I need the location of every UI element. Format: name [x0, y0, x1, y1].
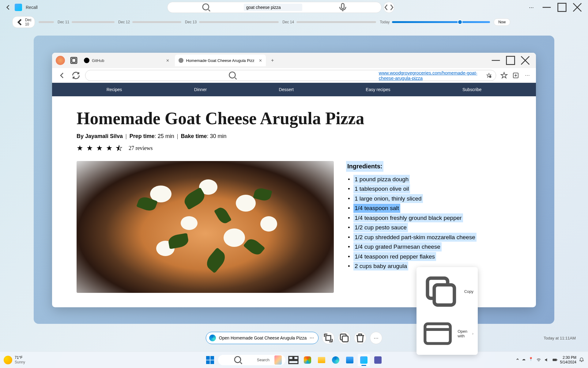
date-label: Dec 12	[118, 20, 130, 24]
nav-link[interactable]: Recipes	[107, 87, 122, 92]
wifi-icon[interactable]	[536, 357, 541, 363]
recall-taskbar-icon[interactable]	[358, 354, 370, 366]
crop-button[interactable]	[322, 332, 334, 344]
delete-button[interactable]	[354, 332, 366, 344]
more-icon[interactable]: ⋯	[310, 335, 314, 340]
taskbar-search[interactable]: Search	[218, 355, 285, 365]
sun-icon	[4, 356, 12, 364]
tab-close-icon[interactable]: ✕	[166, 58, 169, 63]
ingredient-item-selected[interactable]: 1/4 teaspoon salt	[353, 204, 400, 213]
star-icon: ★	[106, 144, 113, 152]
snapshot-frame: GitHub ✕ Homemade Goat Cheese Arugula Pi…	[34, 36, 554, 324]
browser-maximize[interactable]	[503, 56, 518, 65]
open-with-icon	[421, 317, 454, 351]
tab-recipe[interactable]: Homemade Goat Cheese Arugula Pizz ✕	[175, 55, 266, 66]
back-button[interactable]	[4, 3, 12, 12]
clock[interactable]: 2:30 PM 5/14/2024	[560, 355, 576, 364]
teams-icon[interactable]	[372, 354, 384, 366]
ingredient-item[interactable]: 2 cups baby arugula	[353, 262, 408, 270]
onedrive-icon[interactable]: ☁	[522, 357, 526, 363]
date-bar[interactable]	[132, 21, 181, 23]
date: 5/14/2024	[560, 360, 576, 364]
ingredient-item[interactable]: 1/4 cup grated Parmesan cheese	[353, 242, 442, 251]
edge-icon[interactable]	[330, 354, 342, 366]
more-actions-button[interactable]: ⋯	[370, 332, 382, 344]
tab-github[interactable]: GitHub ✕	[80, 55, 173, 66]
date-bar[interactable]	[39, 21, 54, 23]
open-snapshot-button[interactable]: Open Homemade Goat Cheese Arugula Pizza …	[206, 332, 318, 344]
search-input[interactable]	[244, 4, 302, 11]
mic-icon[interactable]	[308, 2, 377, 13]
profile-avatar[interactable]	[56, 56, 65, 65]
notifications-icon[interactable]	[579, 357, 584, 363]
rating: ★ ★ ★ ★ ★★ 27 reviews	[77, 144, 511, 152]
store-icon[interactable]	[344, 354, 356, 366]
tray-chevron-icon[interactable]	[516, 358, 519, 362]
task-view-icon[interactable]	[287, 354, 300, 366]
minimize-button[interactable]	[540, 2, 554, 12]
date-bar[interactable]	[199, 21, 279, 23]
volume-icon[interactable]	[544, 357, 549, 363]
more-button[interactable]: ⋯	[524, 2, 538, 12]
date-bar[interactable]	[72, 21, 115, 23]
svg-point-13	[235, 356, 241, 362]
svg-rect-2	[558, 3, 566, 12]
ingredient-item[interactable]: 1/4 teaspoon freshly ground black pepper	[353, 213, 463, 222]
tab-close-icon[interactable]: ✕	[259, 58, 262, 63]
date-bar[interactable]	[296, 21, 376, 23]
ctx-copy[interactable]: Copy	[417, 269, 478, 314]
maximize-button[interactable]	[555, 2, 569, 12]
today-bar[interactable]	[392, 21, 490, 23]
weather-widget[interactable]: 71°FSunny	[4, 355, 25, 364]
ingredient-item[interactable]: 1/2 cup shredded part-skim mozzarella ch…	[353, 233, 477, 242]
ingredient-item[interactable]: 1/2 cup pesto sauce	[353, 223, 408, 232]
url-text: www.woodgrovegroceries.com/homemade-goat…	[379, 70, 480, 81]
ingredient-item[interactable]: 1 large onion, thinly sliced	[353, 194, 423, 203]
recall-app-icon	[15, 4, 22, 11]
ingredient-item[interactable]: 1 pound pizza dough	[353, 175, 410, 184]
copilot-icon[interactable]	[301, 354, 314, 366]
battery-icon[interactable]	[552, 357, 558, 363]
browser-more-icon[interactable]: ⋯	[524, 72, 531, 79]
location-icon[interactable]: 📍	[529, 357, 533, 363]
svg-rect-1	[341, 3, 344, 9]
close-button[interactable]	[570, 2, 584, 12]
nav-back[interactable]	[57, 71, 67, 80]
date-label: Dec 11	[58, 20, 69, 24]
date-label: Dec 14	[282, 20, 294, 24]
search-box[interactable]	[167, 2, 382, 13]
nav-link[interactable]: Easy recipes	[366, 87, 390, 92]
open-label: Open Homemade Goat Cheese Arugula Pizza	[219, 335, 307, 340]
svg-rect-5	[507, 56, 515, 65]
collections-icon[interactable]	[512, 72, 519, 79]
search-icon	[90, 70, 376, 81]
tab-actions-icon[interactable]	[69, 56, 78, 65]
timeline-back-button[interactable]: Dec 10	[12, 16, 35, 28]
favorites-icon[interactable]	[500, 72, 508, 79]
ingredient-item[interactable]: 1/4 teaspoon red pepper flakes	[353, 252, 436, 261]
action-bar: Open Homemade Goat Cheese Arugula Pizza …	[0, 332, 588, 344]
app-title: Recall	[26, 5, 38, 10]
svg-rect-15	[294, 356, 298, 359]
edge-icon	[209, 335, 216, 341]
start-button[interactable]	[204, 354, 216, 366]
ingredient-item[interactable]: 1 tablespoon olive oil	[353, 184, 410, 193]
system-tray: ☁ 📍 2:30 PM 5/14/2024	[516, 355, 584, 364]
nav-refresh[interactable]	[71, 71, 81, 80]
stars: ★ ★ ★ ★ ★★	[77, 144, 123, 152]
browser-close[interactable]	[518, 56, 532, 65]
ctx-open-with[interactable]: Open with ›	[417, 314, 478, 353]
browser-minimize[interactable]	[489, 56, 503, 65]
url-box[interactable]: www.woodgrovegroceries.com/homemade-goat…	[85, 70, 496, 81]
star-icon: ★	[77, 144, 83, 152]
new-tab-button[interactable]: +	[268, 56, 277, 65]
file-explorer-icon[interactable]	[315, 354, 328, 366]
now-button[interactable]: Now	[494, 18, 510, 26]
code-brackets-button[interactable]	[383, 2, 394, 13]
timeline-handle[interactable]	[458, 20, 462, 25]
nav-link[interactable]: Dessert	[279, 87, 294, 92]
copy-button[interactable]	[338, 332, 350, 344]
favorite-star-icon[interactable]	[486, 72, 492, 79]
nav-link[interactable]: Dinner	[194, 87, 207, 92]
nav-link[interactable]: Subscribe	[462, 87, 481, 92]
